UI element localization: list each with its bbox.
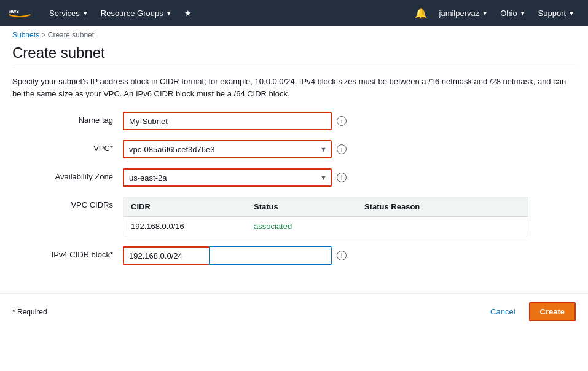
name-tag-input[interactable] (123, 112, 332, 130)
top-navigation: aws Services ▼ Resource Groups ▼ ★ 🔔 jam… (0, 0, 588, 26)
name-tag-field: i (123, 112, 347, 130)
vpc-cidrs-row: VPC CIDRs CIDR Status Status Reason 192.… (12, 197, 576, 236)
availability-zone-select[interactable]: us-east-2a (123, 168, 332, 187)
resource-groups-caret-icon: ▼ (166, 10, 172, 17)
table-cell-status: associated (246, 217, 357, 236)
user-menu[interactable]: jamilpervaz ▼ (433, 0, 495, 26)
table-header-cidr: CIDR (123, 197, 246, 217)
resource-groups-label: Resource Groups (101, 9, 163, 18)
vpc-select-wrap: vpc-085a6f65cef3d76e3 ▼ (123, 140, 332, 158)
svg-text:aws: aws (9, 8, 20, 14)
breadcrumb-separator: > (41, 31, 47, 39)
name-tag-info-icon[interactable]: i (337, 116, 347, 126)
name-tag-row: Name tag i (12, 112, 576, 130)
breadcrumb-current: Create subnet (48, 31, 94, 39)
page-content: Create subnet Specify your subnet's IP a… (0, 42, 588, 287)
support-label: Support (538, 9, 566, 18)
region-label: Ohio (500, 9, 517, 18)
ipv4-inputs-wrap (123, 246, 332, 265)
table-cell-status-reason (357, 217, 528, 236)
ipv4-cidr-left-input[interactable] (123, 246, 209, 265)
page-description: Specify your subnet's IP address block i… (12, 76, 576, 100)
breadcrumb-parent-link[interactable]: Subnets (12, 31, 39, 39)
table-header-status-reason: Status Reason (357, 197, 528, 217)
create-subnet-form: Name tag i VPC* vpc-085a6f65cef3d76e3 ▼ … (12, 112, 576, 265)
page-title: Create subnet (12, 44, 576, 68)
services-menu[interactable]: Services ▼ (43, 0, 95, 26)
az-select-wrap: us-east-2a ▼ (123, 168, 332, 187)
footer-buttons: Cancel Create (483, 302, 576, 321)
ipv4-cidr-field: i (123, 246, 347, 265)
topnav-right: 🔔 jamilpervaz ▼ Ohio ▼ Support ▼ (409, 0, 581, 26)
region-menu[interactable]: Ohio ▼ (494, 0, 531, 26)
vpc-field: vpc-085a6f65cef3d76e3 ▼ i (123, 140, 347, 158)
table-cell-cidr: 192.168.0.0/16 (123, 217, 246, 236)
name-tag-label: Name tag (12, 112, 123, 125)
vpc-select[interactable]: vpc-085a6f65cef3d76e3 (123, 140, 332, 158)
az-info-icon[interactable]: i (337, 173, 347, 182)
availability-zone-field: us-east-2a ▼ i (123, 168, 347, 187)
form-footer: * Required Cancel Create (0, 293, 588, 330)
cancel-button[interactable]: Cancel (483, 303, 522, 320)
vpc-cidrs-label: VPC CIDRs (12, 197, 123, 209)
pin-icon-button[interactable]: ★ (178, 0, 198, 26)
availability-zone-label: Availability Zone (12, 168, 123, 181)
ipv4-cidr-right-input[interactable] (209, 246, 332, 265)
region-caret-icon: ▼ (520, 10, 526, 17)
breadcrumb: Subnets > Create subnet (0, 26, 588, 42)
status-badge: associated (254, 222, 292, 231)
aws-logo[interactable]: aws (7, 6, 32, 20)
user-caret-icon: ▼ (482, 10, 488, 17)
pin-icon: ★ (184, 9, 192, 18)
resource-groups-menu[interactable]: Resource Groups ▼ (95, 0, 178, 26)
table-row: 192.168.0.0/16 associated (123, 217, 528, 236)
ipv4-cidr-row: IPv4 CIDR block* i (12, 246, 576, 265)
vpc-row: VPC* vpc-085a6f65cef3d76e3 ▼ i (12, 140, 576, 158)
required-note: * Required (12, 308, 47, 316)
availability-zone-row: Availability Zone us-east-2a ▼ i (12, 168, 576, 187)
support-caret-icon: ▼ (568, 10, 574, 17)
support-menu[interactable]: Support ▼ (532, 0, 581, 26)
create-button[interactable]: Create (529, 302, 576, 321)
vpc-cidrs-table: CIDR Status Status Reason 192.168.0.0/16… (123, 197, 528, 236)
services-label: Services (49, 9, 80, 18)
user-label: jamilpervaz (439, 9, 480, 18)
ipv4-cidr-info-icon[interactable]: i (337, 251, 347, 260)
vpc-label: VPC* (12, 140, 123, 153)
bell-icon-button[interactable]: 🔔 (409, 0, 433, 26)
services-caret-icon: ▼ (82, 10, 88, 17)
bell-icon: 🔔 (415, 7, 427, 19)
ipv4-cidr-label: IPv4 CIDR block* (12, 246, 123, 259)
vpc-info-icon[interactable]: i (337, 144, 347, 154)
table-header-status: Status (246, 197, 357, 217)
